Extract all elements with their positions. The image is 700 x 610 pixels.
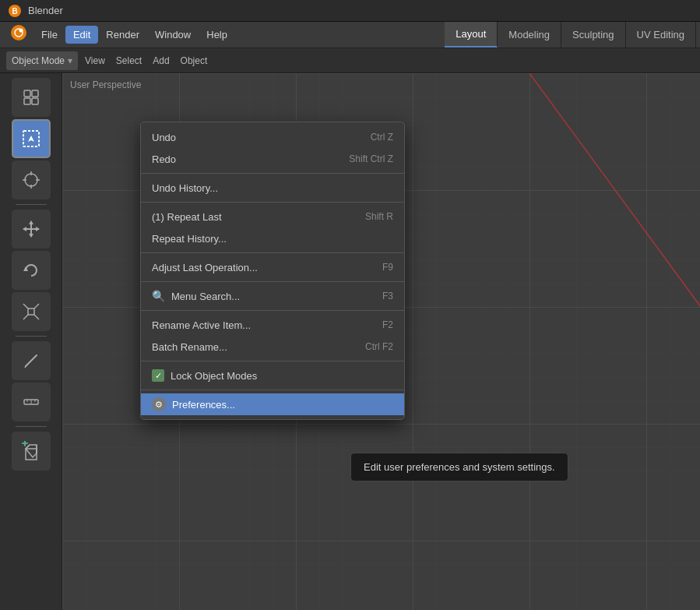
tool-scale[interactable] (12, 292, 51, 331)
blender-logo: B (8, 4, 22, 18)
svg-marker-21 (36, 227, 40, 231)
edit-menu-btn[interactable]: Edit (65, 26, 98, 44)
svg-line-26 (23, 315, 28, 319)
search-icon: 🔍 (152, 290, 165, 302)
svg-rect-6 (32, 90, 38, 97)
tab-sculpting[interactable]: Sculpting (561, 22, 625, 48)
menu-item-undo-history[interactable]: Undo History... (141, 177, 404, 199)
measure-icon (21, 392, 41, 412)
menu-sep-7 (141, 390, 404, 390)
menu-sep-5 (141, 310, 404, 311)
svg-marker-19 (29, 234, 33, 238)
move-icon (21, 219, 41, 239)
menu-item-adjust-last[interactable]: Adjust Last Operation... F9 (141, 256, 404, 278)
viewport[interactable]: User Perspective Undo Ctrl Z Redo Shift … (62, 73, 700, 610)
menu-item-repeat-last[interactable]: (1) Repeat Last Shift R (141, 206, 404, 227)
select-box-icon (20, 128, 42, 150)
tool-transform[interactable] (12, 78, 51, 117)
svg-rect-5 (24, 90, 30, 97)
transform-icon (22, 88, 40, 107)
svg-text:B: B (12, 7, 17, 16)
tool-cursor[interactable] (12, 160, 51, 199)
annotate-icon (21, 351, 41, 371)
window-menu-btn[interactable]: Window (147, 26, 199, 44)
svg-rect-8 (32, 98, 38, 104)
dropdown-overlay: Undo Ctrl Z Redo Shift Ctrl Z Undo Histo… (62, 73, 700, 610)
menu-item-batch-rename[interactable]: Batch Rename... Ctrl F2 (141, 336, 404, 358)
tooltip-box: Edit user preferences and system setting… (350, 453, 568, 481)
sidebar-divider-1 (16, 204, 47, 205)
tool-add-cube[interactable] (12, 432, 51, 471)
object-mode-chevron: ▾ (68, 55, 72, 66)
lock-object-modes-checkbox: ✓ (152, 369, 164, 382)
select-btn[interactable]: Select (112, 55, 146, 66)
menu-sep-6 (141, 361, 404, 361)
tab-modeling[interactable]: Modeling (498, 22, 561, 48)
svg-line-25 (34, 304, 39, 309)
second-toolbar: Object Mode ▾ View Select Add Object (0, 48, 700, 73)
add-cube-icon (21, 441, 41, 461)
svg-marker-18 (29, 220, 33, 224)
blender-menu-btn[interactable] (4, 24, 33, 45)
edit-dropdown-menu: Undo Ctrl Z Redo Shift Ctrl Z Undo Histo… (140, 122, 405, 420)
main-area: User Perspective Undo Ctrl Z Redo Shift … (0, 73, 700, 610)
blender-icon (10, 24, 27, 41)
menu-item-repeat-history[interactable]: Repeat History... (141, 227, 404, 249)
menu-item-preferences[interactable]: ⚙ Preferences... (141, 393, 404, 415)
svg-point-11 (25, 174, 37, 186)
gear-icon: ⚙ (152, 397, 166, 411)
tool-measure[interactable] (12, 383, 51, 421)
menu-sep-3 (141, 252, 404, 253)
sidebar-divider-2 (16, 336, 47, 337)
tab-uv-editing[interactable]: UV Editing (626, 22, 696, 48)
menu-item-undo[interactable]: Undo Ctrl Z (141, 126, 404, 148)
object-mode-btn[interactable]: Object Mode ▾ (6, 51, 78, 70)
menu-sep-4 (141, 281, 404, 282)
tool-move[interactable] (12, 210, 51, 249)
menu-item-redo[interactable]: Redo Shift Ctrl Z (141, 148, 404, 170)
sidebar-divider-3 (16, 426, 47, 427)
svg-marker-20 (23, 227, 26, 231)
menu-item-rename-active[interactable]: Rename Active Item... F2 (141, 314, 404, 336)
tool-annotate[interactable] (12, 341, 51, 380)
rotate-icon (21, 260, 41, 280)
menu-bar: File Edit Render Window Help Layout Mode… (0, 22, 700, 48)
tab-layout[interactable]: Layout (445, 22, 498, 48)
menu-sep-2 (141, 202, 404, 203)
tool-select-box[interactable] (12, 119, 51, 158)
svg-rect-23 (28, 309, 34, 315)
svg-line-24 (23, 304, 28, 309)
svg-line-27 (34, 315, 39, 319)
scale-icon (21, 301, 41, 322)
menu-sep-1 (141, 173, 404, 174)
svg-rect-7 (24, 98, 30, 104)
menu-item-search[interactable]: 🔍 Menu Search... F3 (141, 285, 404, 307)
app-title: Blender (28, 5, 63, 16)
render-menu-btn[interactable]: Render (98, 26, 147, 44)
left-sidebar (0, 73, 62, 610)
file-menu-btn[interactable]: File (33, 26, 65, 44)
view-btn[interactable]: View (81, 55, 109, 66)
svg-point-4 (19, 29, 23, 33)
menu-item-lock-object-modes[interactable]: ✓ Lock Object Modes (141, 365, 404, 386)
title-bar: B Blender (0, 0, 700, 22)
svg-marker-10 (28, 136, 34, 142)
object-btn[interactable]: Object (177, 55, 212, 66)
svg-point-2 (11, 25, 26, 41)
help-menu-btn[interactable]: Help (199, 26, 235, 44)
workspace-tabs: Layout Modeling Sculpting UV Editing (445, 22, 696, 48)
svg-line-29 (25, 366, 26, 368)
cursor-icon (21, 170, 41, 190)
svg-line-28 (26, 355, 37, 366)
add-btn[interactable]: Add (149, 55, 173, 66)
tool-rotate[interactable] (12, 251, 51, 290)
